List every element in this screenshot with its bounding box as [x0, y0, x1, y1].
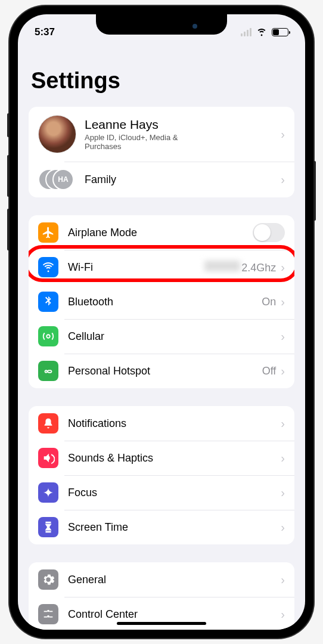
notifications-label: Notifications [68, 417, 281, 430]
general-row[interactable]: General › [29, 562, 294, 597]
chevron-right-icon: › [281, 573, 285, 587]
hotspot-icon [38, 361, 58, 381]
chevron-right-icon: › [281, 330, 285, 343]
chevron-right-icon: › [281, 364, 285, 378]
wifi-label: Wi-Fi [68, 261, 204, 274]
focus-label: Focus [68, 487, 281, 499]
page-title: Settings [31, 68, 294, 94]
bluetooth-icon [38, 292, 58, 312]
home-indicator[interactable] [117, 622, 206, 625]
wifi-value: 2.4Ghz [204, 261, 276, 274]
control-center-icon [38, 604, 58, 624]
general-icon [38, 569, 58, 590]
chevron-right-icon: › [281, 451, 285, 465]
profile-name: Leanne Hays [85, 117, 281, 132]
family-row[interactable]: HA Family › [29, 162, 294, 197]
cellular-row[interactable]: Cellular › [29, 319, 294, 354]
chevron-right-icon: › [281, 295, 285, 309]
avatar [38, 115, 76, 153]
bluetooth-label: Bluetooth [68, 296, 262, 308]
screentime-label: Screen Time [68, 521, 281, 534]
cellular-label: Cellular [68, 330, 281, 343]
cellular-icon [38, 326, 58, 346]
focus-icon [38, 482, 58, 503]
sounds-row[interactable]: Sounds & Haptics › [29, 441, 294, 475]
cellular-signal-icon [241, 28, 251, 36]
hotspot-value: Off [262, 365, 277, 377]
general-card: General › Control Center › [29, 562, 294, 630]
chevron-right-icon: › [281, 417, 285, 431]
profile-subtitle: Apple ID, iCloud+, Media & Purchases [85, 133, 204, 151]
sounds-icon [38, 448, 58, 468]
general-label: General [68, 574, 281, 586]
focus-row[interactable]: Focus › [29, 475, 294, 510]
profile-card: Leanne Hays Apple ID, iCloud+, Media & P… [29, 107, 294, 197]
screentime-row[interactable]: Screen Time › [29, 510, 294, 544]
family-avatars: HA [38, 169, 76, 190]
hotspot-label: Personal Hotspot [68, 365, 262, 377]
connectivity-card: Airplane Mode Wi-Fi 2.4Ghz › Bluet [29, 215, 294, 388]
family-label: Family [85, 174, 281, 186]
bluetooth-row[interactable]: Bluetooth On › [29, 284, 294, 319]
battery-icon [272, 28, 288, 36]
chevron-right-icon: › [281, 486, 285, 500]
status-time: 5:37 [35, 26, 55, 38]
wifi-status-icon [255, 24, 268, 41]
chevron-right-icon: › [281, 521, 285, 534]
airplane-icon [38, 222, 58, 243]
bluetooth-value: On [262, 296, 276, 308]
wifi-icon [38, 257, 58, 277]
screentime-icon [38, 517, 58, 537]
airplane-toggle[interactable] [253, 223, 285, 242]
airplane-label: Airplane Mode [68, 227, 253, 239]
notifications-row[interactable]: Notifications › [29, 406, 294, 441]
apple-id-row[interactable]: Leanne Hays Apple ID, iCloud+, Media & P… [29, 107, 294, 162]
sounds-label: Sounds & Haptics [68, 452, 281, 465]
notifications-card: Notifications › Sounds & Haptics › Focus… [29, 406, 294, 544]
chevron-right-icon: › [281, 128, 285, 141]
wifi-row[interactable]: Wi-Fi 2.4Ghz › [29, 250, 294, 284]
chevron-right-icon: › [281, 173, 285, 187]
chevron-right-icon: › [281, 261, 285, 274]
control-center-label: Control Center [68, 608, 281, 621]
hotspot-row[interactable]: Personal Hotspot Off › [29, 354, 294, 388]
chevron-right-icon: › [281, 608, 285, 621]
airplane-mode-row[interactable]: Airplane Mode [29, 215, 294, 250]
notifications-icon [38, 413, 58, 434]
